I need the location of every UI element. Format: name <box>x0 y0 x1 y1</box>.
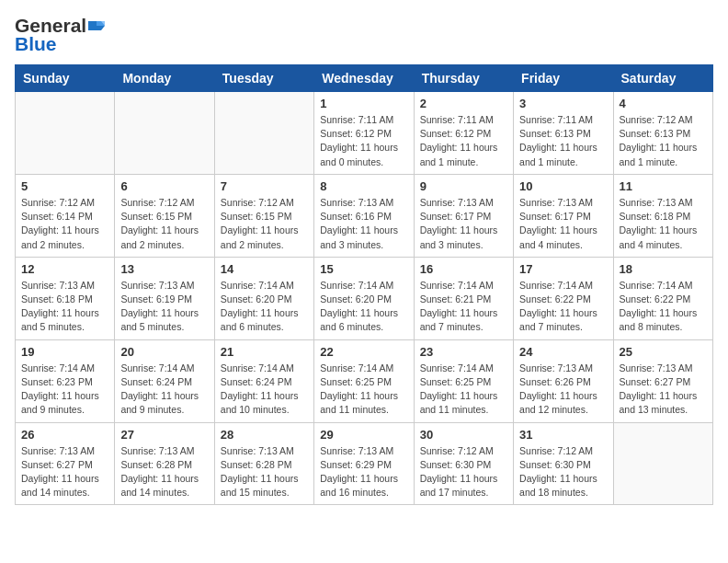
day-info: Sunrise: 7:14 AM Sunset: 6:23 PM Dayligh… <box>21 362 108 418</box>
header-friday: Friday <box>514 65 613 92</box>
day-cell: 16Sunrise: 7:14 AM Sunset: 6:21 PM Dayli… <box>414 257 513 339</box>
day-cell: 12Sunrise: 7:13 AM Sunset: 6:18 PM Dayli… <box>16 257 115 339</box>
day-cell: 27Sunrise: 7:13 AM Sunset: 6:28 PM Dayli… <box>115 422 214 505</box>
day-number: 16 <box>420 262 507 276</box>
day-info: Sunrise: 7:14 AM Sunset: 6:25 PM Dayligh… <box>420 362 507 418</box>
day-cell: 4Sunrise: 7:12 AM Sunset: 6:13 PM Daylig… <box>613 92 712 175</box>
day-cell: 20Sunrise: 7:14 AM Sunset: 6:24 PM Dayli… <box>115 339 214 422</box>
day-number: 29 <box>320 428 407 442</box>
day-cell: 30Sunrise: 7:12 AM Sunset: 6:30 PM Dayli… <box>414 422 513 505</box>
day-number: 25 <box>620 345 707 359</box>
day-cell: 29Sunrise: 7:13 AM Sunset: 6:29 PM Dayli… <box>314 422 414 505</box>
day-number: 13 <box>120 262 208 276</box>
header-wednesday: Wednesday <box>314 65 414 92</box>
week-row-1: 1Sunrise: 7:11 AM Sunset: 6:12 PM Daylig… <box>16 92 713 175</box>
day-number: 9 <box>420 179 507 193</box>
calendar-table: SundayMondayTuesdayWednesdayThursdayFrid… <box>15 64 713 505</box>
header-thursday: Thursday <box>414 65 513 92</box>
day-number: 31 <box>519 428 607 442</box>
day-cell: 11Sunrise: 7:13 AM Sunset: 6:18 PM Dayli… <box>613 174 712 257</box>
day-info: Sunrise: 7:12 AM Sunset: 6:15 PM Dayligh… <box>221 196 308 252</box>
day-info: Sunrise: 7:11 AM Sunset: 6:12 PM Dayligh… <box>320 113 407 169</box>
day-cell <box>16 92 115 175</box>
page-header: General Blue <box>15 15 713 55</box>
day-info: Sunrise: 7:13 AM Sunset: 6:19 PM Dayligh… <box>120 279 208 335</box>
day-info: Sunrise: 7:14 AM Sunset: 6:22 PM Dayligh… <box>620 279 707 335</box>
logo: General Blue <box>15 15 105 55</box>
day-cell: 24Sunrise: 7:13 AM Sunset: 6:26 PM Dayli… <box>514 339 613 422</box>
day-info: Sunrise: 7:14 AM Sunset: 6:25 PM Dayligh… <box>320 362 407 418</box>
day-cell: 22Sunrise: 7:14 AM Sunset: 6:25 PM Dayli… <box>314 339 414 422</box>
day-cell: 18Sunrise: 7:14 AM Sunset: 6:22 PM Dayli… <box>613 257 712 339</box>
day-cell: 14Sunrise: 7:14 AM Sunset: 6:20 PM Dayli… <box>214 257 313 339</box>
day-number: 7 <box>221 179 308 193</box>
day-cell: 19Sunrise: 7:14 AM Sunset: 6:23 PM Dayli… <box>16 339 115 422</box>
day-number: 30 <box>420 428 507 442</box>
day-info: Sunrise: 7:13 AM Sunset: 6:28 PM Dayligh… <box>120 444 208 500</box>
day-cell: 8Sunrise: 7:13 AM Sunset: 6:16 PM Daylig… <box>314 174 414 257</box>
day-info: Sunrise: 7:13 AM Sunset: 6:26 PM Dayligh… <box>519 362 607 418</box>
day-cell: 1Sunrise: 7:11 AM Sunset: 6:12 PM Daylig… <box>314 92 414 175</box>
day-info: Sunrise: 7:13 AM Sunset: 6:18 PM Dayligh… <box>21 279 108 335</box>
day-cell: 23Sunrise: 7:14 AM Sunset: 6:25 PM Dayli… <box>414 339 513 422</box>
day-cell: 28Sunrise: 7:13 AM Sunset: 6:28 PM Dayli… <box>214 422 313 505</box>
day-info: Sunrise: 7:14 AM Sunset: 6:24 PM Dayligh… <box>120 362 208 418</box>
day-info: Sunrise: 7:13 AM Sunset: 6:29 PM Dayligh… <box>320 444 407 500</box>
day-number: 23 <box>420 345 507 359</box>
day-number: 8 <box>320 179 407 193</box>
header-monday: Monday <box>115 65 214 92</box>
day-number: 18 <box>620 262 707 276</box>
day-info: Sunrise: 7:12 AM Sunset: 6:15 PM Dayligh… <box>120 196 208 252</box>
week-row-5: 26Sunrise: 7:13 AM Sunset: 6:27 PM Dayli… <box>16 422 713 505</box>
day-number: 1 <box>320 97 407 110</box>
week-row-4: 19Sunrise: 7:14 AM Sunset: 6:23 PM Dayli… <box>16 339 713 422</box>
header-saturday: Saturday <box>613 65 712 92</box>
day-number: 17 <box>519 262 607 276</box>
day-info: Sunrise: 7:13 AM Sunset: 6:27 PM Dayligh… <box>21 444 108 500</box>
day-info: Sunrise: 7:12 AM Sunset: 6:13 PM Dayligh… <box>620 113 707 169</box>
day-cell: 5Sunrise: 7:12 AM Sunset: 6:14 PM Daylig… <box>16 174 115 257</box>
header-tuesday: Tuesday <box>214 65 313 92</box>
day-info: Sunrise: 7:13 AM Sunset: 6:16 PM Dayligh… <box>320 196 407 252</box>
day-cell: 25Sunrise: 7:13 AM Sunset: 6:27 PM Dayli… <box>613 339 712 422</box>
day-cell <box>115 92 214 175</box>
day-cell: 13Sunrise: 7:13 AM Sunset: 6:19 PM Dayli… <box>115 257 214 339</box>
day-cell <box>214 92 313 175</box>
day-number: 5 <box>21 179 108 193</box>
day-info: Sunrise: 7:13 AM Sunset: 6:17 PM Dayligh… <box>519 196 607 252</box>
day-cell: 10Sunrise: 7:13 AM Sunset: 6:17 PM Dayli… <box>514 174 613 257</box>
day-number: 10 <box>519 179 607 193</box>
day-number: 6 <box>120 179 208 193</box>
day-info: Sunrise: 7:14 AM Sunset: 6:20 PM Dayligh… <box>221 279 308 335</box>
day-info: Sunrise: 7:13 AM Sunset: 6:28 PM Dayligh… <box>221 444 308 500</box>
day-cell: 15Sunrise: 7:14 AM Sunset: 6:20 PM Dayli… <box>314 257 414 339</box>
logo-wrapper: General Blue <box>15 15 105 55</box>
day-cell: 6Sunrise: 7:12 AM Sunset: 6:15 PM Daylig… <box>115 174 214 257</box>
day-info: Sunrise: 7:11 AM Sunset: 6:12 PM Dayligh… <box>420 113 507 169</box>
day-cell: 2Sunrise: 7:11 AM Sunset: 6:12 PM Daylig… <box>414 92 513 175</box>
day-cell: 9Sunrise: 7:13 AM Sunset: 6:17 PM Daylig… <box>414 174 513 257</box>
day-number: 3 <box>519 97 607 110</box>
day-info: Sunrise: 7:13 AM Sunset: 6:18 PM Dayligh… <box>620 196 707 252</box>
day-info: Sunrise: 7:13 AM Sunset: 6:17 PM Dayligh… <box>420 196 507 252</box>
day-number: 4 <box>620 97 707 110</box>
week-row-3: 12Sunrise: 7:13 AM Sunset: 6:18 PM Dayli… <box>16 257 713 339</box>
day-info: Sunrise: 7:14 AM Sunset: 6:24 PM Dayligh… <box>221 362 308 418</box>
day-number: 28 <box>221 428 308 442</box>
day-number: 20 <box>120 345 208 359</box>
day-number: 27 <box>120 428 208 442</box>
logo-chevron-icon <box>88 17 105 34</box>
day-number: 12 <box>21 262 108 276</box>
day-number: 14 <box>221 262 308 276</box>
day-info: Sunrise: 7:14 AM Sunset: 6:21 PM Dayligh… <box>420 279 507 335</box>
day-number: 19 <box>21 345 108 359</box>
day-info: Sunrise: 7:14 AM Sunset: 6:22 PM Dayligh… <box>519 279 607 335</box>
day-info: Sunrise: 7:12 AM Sunset: 6:14 PM Dayligh… <box>21 196 108 252</box>
weekday-header-row: SundayMondayTuesdayWednesdayThursdayFrid… <box>16 65 713 92</box>
day-info: Sunrise: 7:13 AM Sunset: 6:27 PM Dayligh… <box>620 362 707 418</box>
day-cell: 26Sunrise: 7:13 AM Sunset: 6:27 PM Dayli… <box>16 422 115 505</box>
day-cell: 31Sunrise: 7:12 AM Sunset: 6:30 PM Dayli… <box>514 422 613 505</box>
logo-blue: Blue <box>15 33 105 55</box>
day-cell: 3Sunrise: 7:11 AM Sunset: 6:13 PM Daylig… <box>514 92 613 175</box>
day-info: Sunrise: 7:14 AM Sunset: 6:20 PM Dayligh… <box>320 279 407 335</box>
